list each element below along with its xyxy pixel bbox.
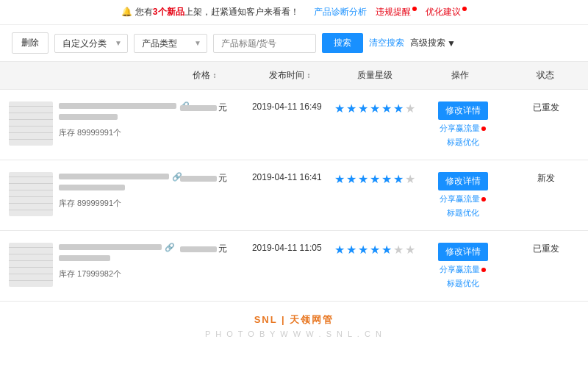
advanced-arrow-icon: ▼ xyxy=(447,38,456,49)
product-search-input[interactable] xyxy=(213,34,316,53)
date-cell: 2019-04-11 11:05 xyxy=(245,243,329,253)
price-value-bar xyxy=(180,105,217,111)
price-value-bar xyxy=(180,176,217,182)
publish-date: 2019-04-11 16:49 xyxy=(252,101,322,112)
action-cell: 修改详情 分享赢流量 标题优化 xyxy=(421,172,505,218)
price-unit: 元 xyxy=(218,243,227,255)
star: ★ xyxy=(381,101,392,115)
share-dot xyxy=(481,197,486,202)
product-list: 🔗 库存 89999991个 元 2019-04-11 16:49 ★★★★★★… xyxy=(0,90,588,302)
edit-button[interactable]: 修改详情 xyxy=(438,172,488,190)
notice-text: 🔔 您有3个新品上架，赶紧通知客户来看看！ xyxy=(121,6,298,18)
footer-watermark: SNL | 天领网管 P H O T O B Y W W W . S N L .… xyxy=(0,302,588,350)
share-button[interactable]: 分享赢流量 xyxy=(440,123,486,134)
violation-reminder-link[interactable]: 违规提醒 xyxy=(376,6,417,18)
price-value-bar xyxy=(180,246,217,252)
price-unit: 元 xyxy=(218,101,227,114)
product-name-bar-1 xyxy=(59,103,176,109)
quality-cell: ★★★★★★★ xyxy=(329,243,421,257)
product-name-bar-2 xyxy=(59,114,118,120)
watermark-text: P H O T O B Y W W W . S N L . C N xyxy=(12,329,576,338)
date-sort-icon: ↕ xyxy=(307,71,311,79)
star: ★ xyxy=(393,101,404,115)
product-meta: 🔗 库存 17999982个 xyxy=(59,243,175,279)
optimize-button[interactable]: 标题优化 xyxy=(447,207,479,218)
status-cell: 已重发 xyxy=(505,101,589,114)
status-badge: 新发 xyxy=(537,172,555,185)
edit-button[interactable]: 修改详情 xyxy=(438,243,488,261)
product-top: 🔗 库存 89999991个 xyxy=(9,172,182,216)
product-top: 🔗 库存 17999982个 xyxy=(9,243,175,287)
star: ★ xyxy=(334,243,345,257)
clear-search-button[interactable]: 清空搜索 xyxy=(369,37,404,49)
custom-category-select[interactable]: 自定义分类 xyxy=(54,34,128,53)
optimization-suggestion-link[interactable]: 优化建议 xyxy=(426,6,467,18)
share-button[interactable]: 分享赢流量 xyxy=(440,264,486,275)
table-row: 🔗 库存 89999991个 元 2019-04-11 16:41 ★★★★★★… xyxy=(0,160,588,231)
star: ★ xyxy=(358,101,368,115)
th-price[interactable]: 价格 ↕ xyxy=(162,69,247,82)
action-cell: 修改详情 分享赢流量 标题优化 xyxy=(421,101,505,148)
price-unit: 元 xyxy=(218,172,227,185)
star: ★ xyxy=(370,243,380,257)
star: ★ xyxy=(405,101,415,115)
date-cell: 2019-04-11 16:41 xyxy=(245,172,329,182)
top-links: 产品诊断分析 违规提醒 优化建议 xyxy=(314,6,467,18)
star: ★ xyxy=(381,172,392,186)
stock-text: 库存 89999991个 xyxy=(59,127,190,138)
th-date[interactable]: 发布时间 ↕ xyxy=(247,69,332,82)
star: ★ xyxy=(346,101,356,115)
quality-cell: ★★★★★★★ xyxy=(329,101,421,115)
share-button[interactable]: 分享赢流量 xyxy=(440,193,486,204)
publish-date: 2019-04-11 16:41 xyxy=(252,172,322,182)
search-button[interactable]: 搜索 xyxy=(322,33,363,53)
product-image xyxy=(9,243,53,287)
star: ★ xyxy=(334,172,345,186)
stock-text: 库存 89999991个 xyxy=(59,198,182,209)
custom-category-wrap: 自定义分类 ▼ xyxy=(54,34,128,53)
stars: ★★★★★★★ xyxy=(334,172,415,186)
product-info-cell: 🔗 库存 89999991个 xyxy=(0,172,162,216)
product-image xyxy=(9,101,53,146)
price-row: 元 xyxy=(180,172,227,185)
price-cell: 元 xyxy=(162,172,245,185)
star: ★ xyxy=(370,101,380,115)
star: ★ xyxy=(334,101,345,115)
table-row: 🔗 库存 17999982个 元 2019-04-11 11:05 ★★★★★★… xyxy=(0,231,588,302)
date-cell: 2019-04-11 16:49 xyxy=(245,101,329,112)
product-info-cell: 🔗 库存 89999991个 xyxy=(0,101,162,146)
share-dot xyxy=(481,126,486,131)
filter-bar: 删除 自定义分类 ▼ 产品类型 ▼ 搜索 清空搜索 高级搜索 ▼ xyxy=(0,25,588,62)
share-dot xyxy=(481,268,486,272)
price-cell: 元 xyxy=(162,243,245,255)
optimize-button[interactable]: 标题优化 xyxy=(447,278,479,289)
price-row: 元 xyxy=(180,101,227,114)
product-name-bar-1 xyxy=(59,174,169,179)
edit-button[interactable]: 修改详情 xyxy=(438,101,488,120)
star: ★ xyxy=(358,243,368,257)
price-cell: 元 xyxy=(162,101,245,114)
optimize-button[interactable]: 标题优化 xyxy=(447,137,479,148)
star: ★ xyxy=(381,243,392,257)
quality-cell: ★★★★★★★ xyxy=(329,172,421,186)
star: ★ xyxy=(358,172,368,186)
table-row: 🔗 库存 89999991个 元 2019-04-11 16:49 ★★★★★★… xyxy=(0,90,588,160)
top-notification-bar: 🔔 您有3个新品上架，赶紧通知客户来看看！ 产品诊断分析 违规提醒 优化建议 xyxy=(0,0,588,25)
product-type-select[interactable]: 产品类型 xyxy=(134,34,207,53)
optimization-dot xyxy=(462,7,467,11)
notice-icon: 🔔 xyxy=(121,7,132,17)
star: ★ xyxy=(346,243,356,257)
action-cell: 修改详情 分享赢流量 标题优化 xyxy=(421,243,505,289)
publish-date: 2019-04-11 11:05 xyxy=(252,243,322,253)
th-quality: 质量星级 xyxy=(332,69,417,82)
violation-dot xyxy=(412,7,417,11)
th-product xyxy=(0,69,162,82)
product-type-wrap: 产品类型 ▼ xyxy=(134,34,207,53)
product-name-bar-2 xyxy=(59,255,110,261)
delete-button[interactable]: 删除 xyxy=(12,32,49,54)
stars: ★★★★★★★ xyxy=(334,101,415,115)
product-diagnosis-link[interactable]: 产品诊断分析 xyxy=(314,6,367,18)
advanced-search-button[interactable]: 高级搜索 ▼ xyxy=(410,37,456,49)
product-name-bar-2 xyxy=(59,185,125,190)
stock-text: 库存 17999982个 xyxy=(59,268,175,279)
